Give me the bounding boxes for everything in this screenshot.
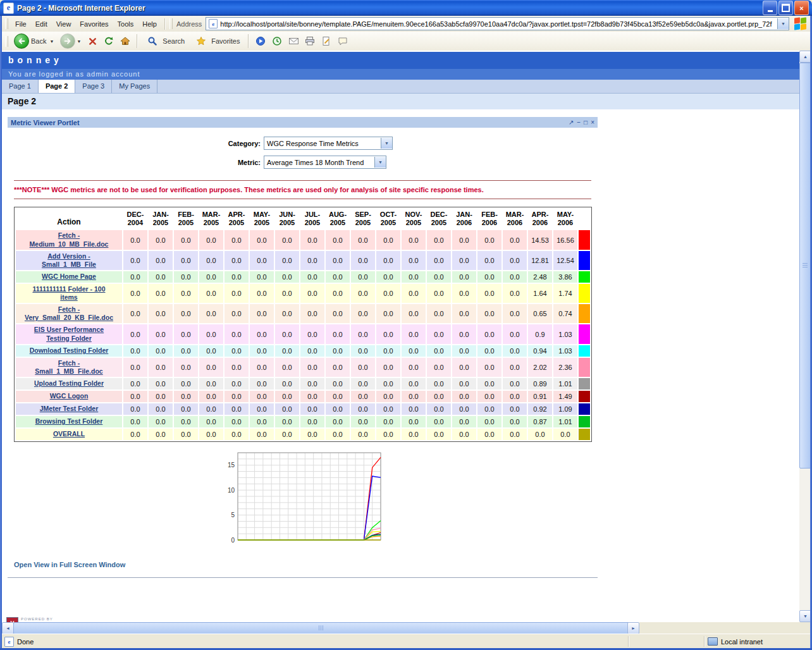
stop-button[interactable] bbox=[87, 35, 98, 47]
value-cell: 0.0 bbox=[250, 324, 274, 343]
value-cell: 0.0 bbox=[300, 429, 324, 440]
value-cell: 0.0 bbox=[351, 271, 375, 283]
action-link[interactable]: JMeter Test Folder bbox=[40, 405, 99, 412]
action-link[interactable]: Fetch - Medium_10_MB_File.doc bbox=[30, 231, 109, 247]
print-button[interactable] bbox=[304, 35, 316, 47]
action-link[interactable]: Download Testing Folder bbox=[30, 346, 109, 354]
title-bar[interactable]: e Page 2 - Microsoft Internet Explorer × bbox=[0, 0, 812, 16]
media-button[interactable] bbox=[255, 35, 266, 47]
forward-button[interactable]: ▼ bbox=[57, 32, 84, 50]
tab-page-2[interactable]: Page 2 bbox=[39, 80, 75, 93]
value-cell: 0.0 bbox=[199, 230, 223, 249]
menu-edit[interactable]: Edit bbox=[31, 18, 52, 30]
value-cell: 0.0 bbox=[123, 391, 147, 402]
address-input[interactable]: e http://localhost/portal/site/bonney/te… bbox=[206, 17, 789, 30]
trend-chart: 051015 bbox=[221, 450, 384, 544]
refresh-button[interactable] bbox=[103, 35, 114, 47]
portlet-minimize-icon[interactable]: − bbox=[577, 117, 581, 128]
action-link[interactable]: Upload Testing Folder bbox=[34, 379, 104, 387]
action-link[interactable]: 1111111111 Folder - 100 items bbox=[32, 285, 105, 301]
menu-favorites[interactable]: Favorites bbox=[75, 18, 113, 30]
value-cell: 0.0 bbox=[376, 378, 400, 389]
horizontal-scrollbar[interactable]: ◄ ► bbox=[2, 622, 639, 634]
value-cell: 0.0 bbox=[149, 429, 173, 440]
series-color-swatch bbox=[579, 230, 590, 249]
address-dropdown-button[interactable]: ▼ bbox=[777, 18, 789, 29]
menu-help[interactable]: Help bbox=[138, 18, 161, 30]
value-cell: 1.74 bbox=[553, 284, 577, 303]
tab-page-1[interactable]: Page 1 bbox=[2, 80, 39, 93]
value-cell: 0.0 bbox=[250, 345, 274, 357]
value-cell: 0.0 bbox=[503, 403, 527, 415]
menu-view[interactable]: View bbox=[52, 18, 76, 30]
action-cell: OVERALL bbox=[16, 429, 122, 440]
value-cell: 0.0 bbox=[300, 304, 324, 323]
value-cell: 0.0 bbox=[225, 358, 249, 377]
portlet-maximize-icon[interactable]: □ bbox=[584, 117, 587, 128]
menu-file[interactable]: File bbox=[11, 18, 31, 30]
value-cell: 0.0 bbox=[402, 403, 426, 415]
minimize-button[interactable] bbox=[763, 1, 777, 15]
action-link[interactable]: Add Version - Small_1_MB_File bbox=[42, 252, 96, 268]
scroll-left-button[interactable]: ◄ bbox=[2, 622, 14, 634]
value-cell: 0.0 bbox=[503, 304, 527, 323]
value-cell: 0.0 bbox=[250, 378, 274, 389]
value-cell: 0.0 bbox=[427, 391, 451, 402]
search-icon bbox=[147, 35, 158, 47]
divider bbox=[628, 636, 629, 647]
value-cell: 0.0 bbox=[275, 271, 299, 283]
search-button[interactable]: Search bbox=[141, 34, 190, 48]
value-cell: 0.0 bbox=[452, 416, 476, 427]
mail-button[interactable] bbox=[288, 35, 299, 47]
action-link[interactable]: Fetch - Small_1_MB_File.doc bbox=[35, 359, 102, 375]
value-cell: 0.0 bbox=[123, 378, 147, 389]
action-link[interactable]: OVERALL bbox=[53, 430, 85, 438]
action-link[interactable]: WGC Home Page bbox=[42, 273, 96, 280]
menu-tools[interactable]: Tools bbox=[113, 18, 138, 30]
history-button[interactable] bbox=[271, 35, 283, 47]
action-link[interactable]: Fetch - Very_Small_20_KB_File.doc bbox=[25, 305, 113, 321]
value-cell: 0.0 bbox=[376, 230, 400, 249]
value-cell: 0.0 bbox=[503, 345, 527, 357]
value-cell: 0.0 bbox=[376, 251, 400, 270]
discuss-button[interactable] bbox=[337, 35, 348, 47]
value-cell: 0.0 bbox=[503, 358, 527, 377]
scroll-right-button[interactable]: ► bbox=[627, 622, 639, 634]
metrics-note: ***NOTE*** WGC metrics are not to be use… bbox=[14, 186, 591, 193]
value-cell: 0.0 bbox=[402, 358, 426, 377]
metric-select[interactable]: Average Times 18 Month Trend ▼ bbox=[264, 156, 386, 169]
action-link[interactable]: WGC Logon bbox=[50, 392, 89, 400]
value-cell: 1.64 bbox=[528, 284, 552, 303]
vertical-scrollbar[interactable]: ▲ ▼ bbox=[799, 51, 810, 622]
value-cell: 0.0 bbox=[376, 284, 400, 303]
back-button[interactable]: Back ▼ bbox=[11, 32, 57, 50]
value-cell: 0.0 bbox=[452, 358, 476, 377]
maximize-button[interactable] bbox=[778, 1, 793, 15]
portlet-detach-icon[interactable]: ↗ bbox=[569, 117, 574, 128]
home-button[interactable] bbox=[120, 35, 131, 47]
value-cell: 0.0 bbox=[503, 391, 527, 402]
value-cell: 0.0 bbox=[300, 391, 324, 402]
favorites-button[interactable]: Favorites bbox=[190, 34, 245, 48]
close-button[interactable]: × bbox=[794, 1, 809, 15]
category-select[interactable]: WGC Response Time Metrics ▼ bbox=[264, 137, 393, 150]
toolbar-grip[interactable] bbox=[169, 18, 173, 29]
value-cell: 1.03 bbox=[553, 345, 577, 357]
toolbar-grip[interactable] bbox=[5, 36, 8, 47]
value-cell: 0.0 bbox=[275, 345, 299, 357]
value-cell: 0.0 bbox=[300, 251, 324, 270]
action-link[interactable]: Browsing Test Folder bbox=[35, 417, 103, 425]
tab-page-3[interactable]: Page 3 bbox=[75, 80, 112, 93]
series-color-swatch bbox=[579, 284, 590, 303]
horizontal-scroll-thumb[interactable] bbox=[13, 622, 629, 634]
value-cell: 0.0 bbox=[376, 345, 400, 357]
value-cell: 0.0 bbox=[503, 271, 527, 283]
portlet-close-icon[interactable]: × bbox=[591, 117, 594, 128]
toolbar-grip[interactable] bbox=[5, 18, 8, 29]
metric-select-value: Average Times 18 Month Trend bbox=[264, 159, 374, 166]
action-link[interactable]: EIS User Performance Testing Folder bbox=[34, 326, 104, 341]
edit-button[interactable] bbox=[321, 35, 332, 47]
divider bbox=[164, 18, 166, 30]
fullscreen-link[interactable]: Open View in Full Screen Window bbox=[14, 561, 125, 568]
tab-my-pages[interactable]: My Pages bbox=[112, 80, 157, 93]
